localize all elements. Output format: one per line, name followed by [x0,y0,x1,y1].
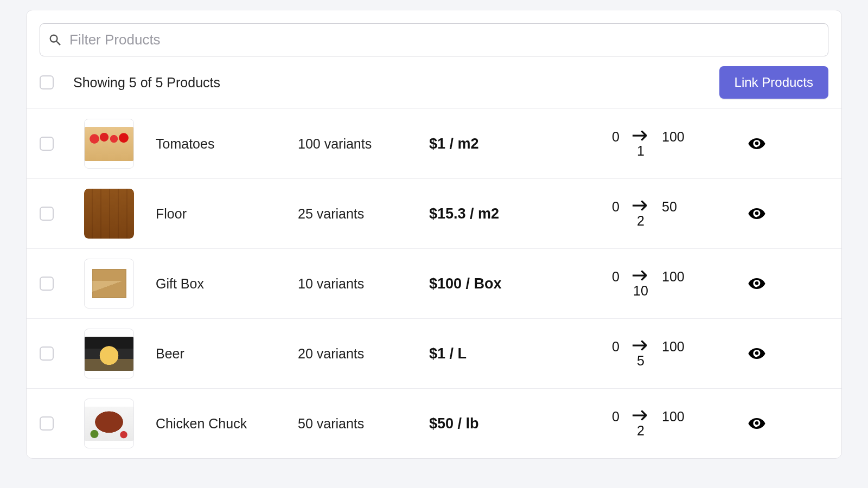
row-checkbox[interactable] [40,346,54,361]
view-button[interactable] [724,414,789,433]
product-name: Beer [156,346,291,362]
eye-icon [748,134,766,153]
range-from: 0 [600,409,620,425]
arrow-right-icon [633,199,649,212]
view-button[interactable] [724,204,789,223]
product-variants: 50 variants [298,416,423,432]
product-row: Tomatoes100 variants$1 / m201100 [27,109,841,179]
header-row: Showing 5 of 5 Products Link Products [27,56,841,109]
range-arrow-col: 5 [633,339,649,369]
product-row: Beer20 variants$1 / L05100 [27,319,841,389]
products-card: Showing 5 of 5 Products Link Products To… [26,10,842,459]
eye-icon [748,204,766,223]
search-container [40,23,828,56]
range-step: 2 [637,213,644,229]
product-price: $50 / lb [429,415,570,432]
range-arrow-col: 2 [633,199,649,229]
range-step: 5 [637,353,644,369]
row-checkbox[interactable] [40,207,54,221]
product-name: Gift Box [156,276,291,292]
arrow-right-icon [633,409,649,422]
arrow-right-icon [633,269,649,282]
product-variants: 100 variants [298,136,423,152]
svg-point-3 [755,351,759,355]
arrow-right-icon [633,339,649,352]
svg-point-2 [755,281,759,285]
row-checkbox[interactable] [40,277,54,291]
svg-point-1 [755,211,759,215]
product-name: Chicken Chuck [156,416,291,432]
range-to: 50 [662,199,694,215]
product-price: $1 / L [429,345,570,362]
range-step: 2 [637,423,644,439]
range-to: 100 [662,409,694,425]
header-left: Showing 5 of 5 Products [40,75,220,91]
range-to: 100 [662,129,694,145]
quantity-range: 05100 [577,339,718,369]
product-thumbnail [84,259,134,309]
row-checkbox[interactable] [40,416,54,431]
product-row: Gift Box10 variants$100 / Box010100 [27,249,841,319]
search-icon [48,33,63,48]
range-step: 1 [637,143,644,159]
view-button[interactable] [724,344,789,363]
range-to: 100 [662,269,694,285]
view-button[interactable] [724,274,789,293]
product-list: Tomatoes100 variants$1 / m201100Floor25 … [27,109,841,458]
view-button[interactable] [724,134,789,153]
product-thumbnail [84,399,134,448]
range-from: 0 [600,339,620,355]
product-variants: 20 variants [298,346,423,362]
quantity-range: 010100 [577,269,718,299]
product-thumbnail [84,119,134,169]
range-to: 100 [662,339,694,355]
range-arrow-col: 1 [633,129,649,159]
product-name: Tomatoes [156,136,291,152]
svg-point-4 [755,421,759,425]
showing-count: Showing 5 of 5 Products [73,75,220,91]
select-all-checkbox[interactable] [40,75,54,89]
eye-icon [748,414,766,433]
quantity-range: 02100 [577,409,718,439]
arrow-right-icon [633,129,649,142]
range-step: 10 [633,283,648,299]
product-row: Chicken Chuck50 variants$50 / lb02100 [27,389,841,458]
eye-icon [748,344,766,363]
search-input[interactable] [63,29,820,50]
product-thumbnail [84,329,134,378]
range-from: 0 [600,199,620,215]
product-price: $100 / Box [429,275,570,292]
quantity-range: 0250 [577,199,718,229]
product-thumbnail [84,189,134,239]
product-name: Floor [156,206,291,222]
product-price: $1 / m2 [429,136,570,152]
product-variants: 25 variants [298,206,423,222]
link-products-button[interactable]: Link Products [719,66,828,99]
range-from: 0 [600,269,620,285]
product-variants: 10 variants [298,276,423,292]
range-arrow-col: 2 [633,409,649,439]
eye-icon [748,274,766,293]
product-price: $15.3 / m2 [429,206,570,222]
search-wrap [27,10,841,56]
quantity-range: 01100 [577,129,718,159]
svg-point-0 [755,142,759,145]
row-checkbox[interactable] [40,137,54,151]
range-from: 0 [600,129,620,145]
product-row: Floor25 variants$15.3 / m20250 [27,179,841,249]
range-arrow-col: 10 [633,269,649,299]
